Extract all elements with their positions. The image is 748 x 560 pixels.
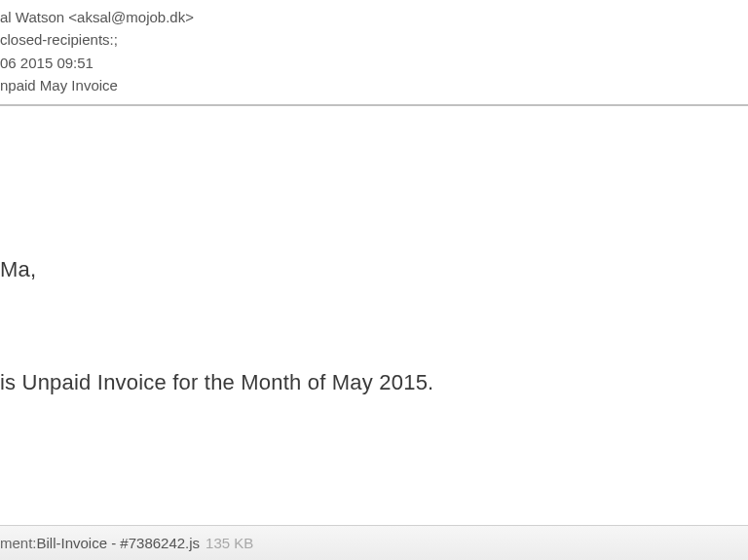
email-header: al Watson <aksal@mojob.dk> closed-recipi…: [0, 0, 748, 106]
attachment-size: 135 KB: [206, 535, 253, 551]
attachment-filename[interactable]: Bill-Invoice - #7386242.js: [37, 535, 201, 551]
attachment-bar[interactable]: ment: Bill-Invoice - #7386242.js 135 KB: [0, 525, 748, 560]
attachment-label-prefix: ment:: [0, 535, 37, 551]
date-line: 06 2015 09:51: [0, 52, 748, 74]
to-line: closed-recipients:;: [0, 28, 748, 51]
from-line: al Watson <aksal@mojob.dk>: [0, 6, 748, 28]
email-body: Ma, is Unpaid Invoice for the Month of M…: [0, 106, 748, 520]
greeting-text: Ma,: [0, 257, 748, 282]
message-text: is Unpaid Invoice for the Month of May 2…: [0, 370, 748, 395]
subject-line: npaid May Invoice: [0, 74, 748, 96]
